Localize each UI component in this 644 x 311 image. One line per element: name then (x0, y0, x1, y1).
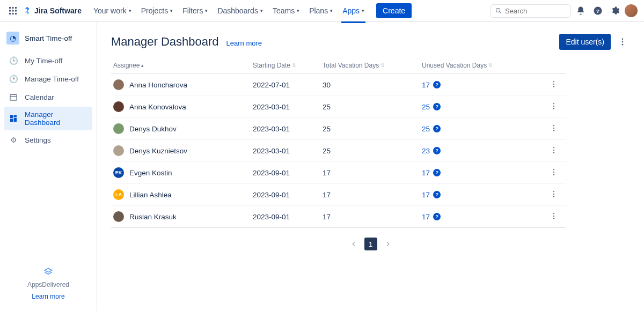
assignee-cell[interactable]: Anna Konovalova (113, 101, 253, 112)
sidebar-item-my-time-off[interactable]: 🕒 My Time-off (4, 52, 92, 69)
app-icon: ◔ (6, 32, 19, 45)
col-unused[interactable]: Unused Vacation Days ⇅ (422, 62, 540, 69)
sidebar-item-calendar[interactable]: Calendar (4, 88, 92, 106)
sidebar-nav: 🕒 My Time-off 🕑 Manage Time-off Calendar… (4, 52, 92, 149)
col-assignee[interactable]: Assignee ▴ (113, 62, 253, 69)
clock-user-icon: 🕒 (9, 56, 18, 65)
total-days: 25 (323, 147, 422, 155)
col-start[interactable]: Starting Date ⇅ (253, 62, 323, 69)
avatar (113, 145, 124, 156)
dashboard-icon (9, 114, 18, 123)
assignee-cell[interactable]: LA Lillian Ashlea (113, 189, 253, 200)
info-icon[interactable]: ? (433, 103, 441, 110)
svg-point-33 (553, 130, 554, 131)
svg-rect-17 (10, 115, 13, 118)
svg-point-22 (622, 38, 624, 40)
app-switcher-icon[interactable] (6, 4, 19, 17)
nav-projects[interactable]: Projects▾ (137, 3, 178, 18)
avatar (113, 79, 124, 90)
clock-manage-icon: 🕑 (9, 74, 18, 84)
unused-days: 25 ? (422, 103, 540, 111)
sort-icon: ⇅ (292, 63, 296, 68)
info-icon[interactable]: ? (433, 147, 441, 154)
unused-days: 17 ? (422, 81, 540, 89)
svg-marker-21 (45, 268, 52, 272)
row-more-icon[interactable] (540, 102, 561, 112)
assignee-cell[interactable]: Ruslan Krasuk (113, 211, 253, 222)
svg-point-32 (553, 127, 554, 128)
nav-your-work[interactable]: Your work▾ (89, 3, 136, 18)
sidebar-item-label: Settings (25, 136, 51, 144)
row-more-icon[interactable] (540, 124, 561, 134)
nav-teams[interactable]: Teams▾ (268, 3, 304, 18)
svg-point-23 (622, 41, 624, 43)
sort-icon: ⇅ (380, 63, 385, 68)
sidebar-item-manager-dashboard[interactable]: Manager Dashboard (4, 107, 92, 130)
footer-learn-more-link[interactable]: Learn more (4, 293, 92, 300)
app-title[interactable]: ◔ Smart Time-off (4, 28, 92, 52)
nav-plans[interactable]: Plans▾ (305, 3, 337, 18)
avatar (113, 211, 124, 222)
row-more-icon[interactable] (540, 190, 561, 200)
nav-apps[interactable]: Apps▾ (338, 3, 369, 18)
assignee-name: Anna Konovalova (129, 103, 186, 111)
edit-users-button[interactable]: Edit user(s) (559, 34, 611, 50)
assignee-cell[interactable]: EK Evgen Kostin (113, 167, 253, 178)
page-number[interactable]: 1 (364, 238, 377, 250)
search-input[interactable] (491, 4, 571, 18)
learn-more-link[interactable]: Learn more (226, 39, 262, 47)
avatar: EK (113, 167, 124, 178)
page-title: Manager Dashboard (111, 35, 219, 49)
svg-rect-3 (9, 10, 11, 12)
product-logo[interactable]: Jira Software (23, 6, 82, 16)
nav-dashboards[interactable]: Dashboards▾ (213, 3, 267, 18)
svg-point-31 (553, 125, 554, 126)
svg-point-24 (622, 44, 624, 46)
table-row: LA Lillian Ashlea 2023-09-01 17 17 ? (111, 184, 566, 206)
notifications-icon[interactable] (573, 3, 588, 18)
next-page-button[interactable] (382, 238, 394, 250)
calendar-icon (9, 92, 18, 102)
prev-page-button[interactable] (347, 238, 360, 250)
row-more-icon[interactable] (540, 80, 561, 90)
total-days: 25 (323, 103, 422, 111)
assignee-cell[interactable]: Denys Kuznietsov (113, 145, 253, 156)
info-icon[interactable]: ? (433, 213, 441, 220)
sort-asc-icon: ▴ (141, 63, 144, 68)
profile-avatar[interactable] (625, 4, 638, 17)
table-row: EK Evgen Kostin 2023-09-01 17 17 ? (111, 162, 566, 184)
sidebar-item-manage-time-off[interactable]: 🕑 Manage Time-off (4, 70, 92, 87)
row-more-icon[interactable] (540, 168, 561, 178)
assignee-cell[interactable]: Anna Honcharova (113, 79, 253, 90)
settings-icon[interactable] (608, 3, 623, 18)
total-days: 25 (323, 125, 422, 133)
info-icon[interactable]: ? (433, 191, 441, 198)
chevron-down-icon: ▾ (260, 8, 263, 13)
start-date: 2023-09-01 (253, 213, 323, 221)
row-more-icon[interactable] (540, 146, 561, 156)
assignee-cell[interactable]: Denys Dukhov (113, 123, 253, 134)
unused-days: 17 ? (422, 213, 540, 221)
page-header: Manager Dashboard Learn more Edit user(s… (111, 34, 630, 50)
info-icon[interactable]: ? (433, 125, 441, 132)
svg-point-39 (553, 174, 554, 175)
create-button[interactable]: Create (376, 3, 412, 18)
primary-nav: Your work▾ Projects▾ Filters▾ Dashboards… (89, 3, 369, 18)
svg-point-45 (553, 218, 554, 219)
table-header: Assignee ▴ Starting Date ⇅ Total Vacatio… (111, 62, 566, 74)
row-more-icon[interactable] (540, 212, 561, 222)
svg-point-27 (553, 86, 554, 87)
help-icon[interactable]: ? (590, 3, 605, 18)
gear-icon: ⚙ (9, 135, 18, 145)
svg-point-38 (553, 171, 554, 172)
svg-rect-8 (15, 13, 17, 14)
product-name: Jira Software (34, 6, 82, 15)
svg-point-34 (553, 147, 554, 148)
nav-filters[interactable]: Filters▾ (178, 3, 212, 18)
page-more-icon[interactable] (615, 34, 630, 49)
info-icon[interactable]: ? (433, 169, 441, 176)
col-total[interactable]: Total Vacation Days ⇅ (323, 62, 422, 69)
info-icon[interactable]: ? (433, 81, 441, 88)
sidebar-item-settings[interactable]: ⚙ Settings (4, 131, 92, 149)
sidebar-item-label: Calendar (25, 93, 54, 101)
